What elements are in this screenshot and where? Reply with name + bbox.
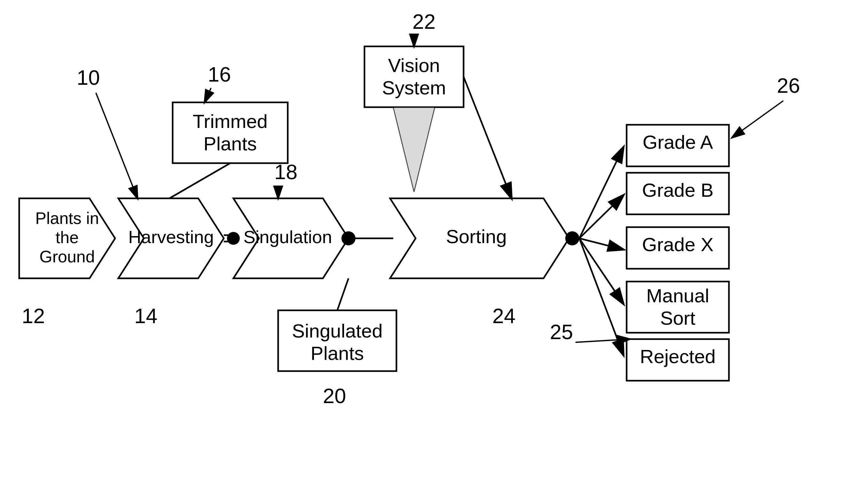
ref-12: 12	[22, 304, 45, 328]
grade-b-label: Grade B	[642, 179, 713, 201]
ref-24: 24	[492, 304, 515, 328]
ref-16: 16	[208, 63, 231, 86]
trimmed-plants-label2: Plants	[204, 133, 257, 154]
sorting-text: Sorting	[446, 226, 507, 247]
plants-ground-text: Plants in	[35, 209, 99, 228]
singulated-plants-label2: Plants	[311, 342, 364, 364]
ref-20: 20	[323, 384, 346, 408]
singulated-plants-label: Singulated	[292, 320, 383, 342]
ref-22: 22	[412, 10, 435, 33]
svg-point-36	[227, 232, 240, 245]
harvesting-text: Harvesting	[128, 227, 214, 247]
vision-system-label2: System	[382, 77, 446, 98]
plants-ground-text2: the	[56, 228, 79, 247]
svg-point-8	[341, 231, 355, 245]
manual-sort-label: Manual	[646, 285, 709, 306]
plants-ground-text3: Ground	[39, 247, 95, 266]
trimmed-plants-label: Trimmed	[193, 111, 268, 132]
svg-point-9	[565, 231, 579, 245]
ref-25: 25	[550, 320, 573, 344]
grade-a-label: Grade A	[643, 131, 713, 153]
manual-sort-label2: Sort	[660, 307, 695, 329]
rejected-label: Rejected	[640, 346, 716, 367]
ref-14: 14	[134, 304, 157, 328]
ref-26: 26	[777, 74, 800, 97]
ref-18: 18	[274, 160, 297, 184]
singulation-text: Singulation	[243, 227, 332, 247]
grade-x-label: Grade X	[642, 234, 713, 255]
vision-system-label: Vision	[388, 55, 440, 76]
ref-10: 10	[77, 66, 100, 89]
